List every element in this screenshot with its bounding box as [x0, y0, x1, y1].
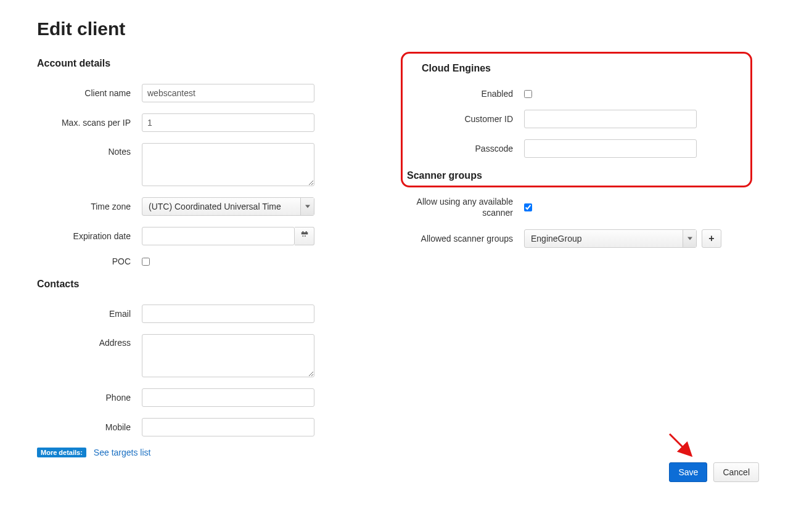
email-label: Email [37, 309, 142, 319]
notes-textarea[interactable] [142, 143, 314, 186]
more-details-badge: More details: [37, 448, 86, 457]
mobile-label: Mobile [37, 422, 142, 432]
expiration-input[interactable] [142, 227, 295, 245]
save-button[interactable]: Save [669, 462, 707, 482]
page-title: Edit client [37, 18, 759, 39]
expiration-label: Expiration date [37, 231, 142, 241]
customer-id-label: Customer ID [407, 114, 524, 124]
allow-any-label: Allow using any available scanner [407, 196, 524, 218]
enabled-checkbox[interactable] [524, 90, 532, 98]
add-group-button[interactable]: + [702, 229, 721, 248]
address-label: Address [37, 334, 142, 348]
client-name-input[interactable] [142, 84, 314, 102]
allowed-groups-selected: EngineGroup [525, 234, 683, 243]
customer-id-input[interactable] [524, 110, 697, 128]
chevron-down-icon [300, 198, 314, 215]
passcode-input[interactable] [524, 139, 697, 158]
contacts-heading: Contacts [37, 279, 358, 290]
client-name-label: Client name [37, 88, 142, 98]
cloud-engines-heading: Cloud Engines [422, 63, 752, 74]
allowed-groups-select[interactable]: EngineGroup [524, 229, 697, 248]
notes-label: Notes [37, 143, 142, 157]
see-targets-link[interactable]: See targets list [94, 448, 151, 457]
plus-icon: + [708, 233, 714, 244]
timezone-label: Time zone [37, 202, 142, 211]
allowed-groups-label: Allowed scanner groups [407, 234, 524, 243]
timezone-select[interactable]: (UTC) Coordinated Universal Time [142, 197, 314, 216]
passcode-label: Passcode [407, 144, 524, 153]
email-input[interactable] [142, 305, 314, 323]
cancel-button[interactable]: Cancel [713, 462, 759, 482]
phone-input[interactable] [142, 388, 314, 407]
chevron-down-icon [683, 230, 696, 247]
timezone-selected: (UTC) Coordinated Universal Time [142, 202, 300, 211]
poc-label: POC [37, 256, 142, 266]
max-scans-input[interactable] [142, 113, 314, 132]
calendar-button[interactable] [295, 227, 314, 245]
phone-label: Phone [37, 393, 142, 403]
account-details-heading: Account details [37, 58, 358, 69]
mobile-input[interactable] [142, 418, 314, 436]
scanner-groups-heading: Scanner groups [407, 170, 752, 181]
allow-any-checkbox[interactable] [524, 203, 532, 211]
calendar-icon [300, 231, 309, 242]
max-scans-label: Max. scans per IP [37, 118, 142, 128]
enabled-label: Enabled [407, 89, 524, 99]
poc-checkbox[interactable] [142, 258, 150, 266]
address-textarea[interactable] [142, 334, 314, 377]
